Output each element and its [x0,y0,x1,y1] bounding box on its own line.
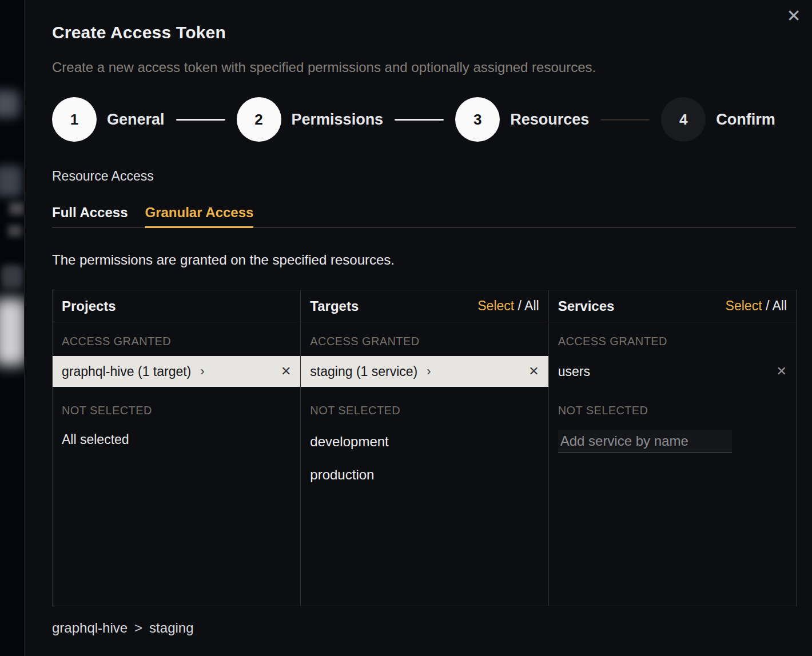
page-title: Create Access Token [52,23,796,42]
step-number-badge: 3 [455,97,500,142]
projects-not-selected-label: NOT SELECTED [53,387,300,425]
services-not-selected-label: NOT SELECTED [549,387,796,425]
breadcrumb-separator: > [134,620,142,636]
access-mode-tabs: Full Access Granular Access [52,205,796,228]
chevron-right-icon: › [200,364,204,379]
step-label: General [107,111,165,129]
targets-column-header: Targets Select / All [301,290,548,322]
step-number-badge: 1 [52,97,97,142]
remove-service-icon[interactable]: ✕ [777,364,787,379]
projects-column: Projects ACCESS GRANTED graphql-hive (1 … [53,290,300,606]
create-access-token-modal: ✕ Create Access Token Create a new acces… [24,0,812,656]
close-icon[interactable]: ✕ [783,7,804,27]
selected-project-name: graphql-hive (1 target) [62,364,191,379]
background-blur-blob [9,202,24,215]
remove-project-icon[interactable]: ✕ [281,364,291,379]
step-permissions: 2 Permissions [237,97,384,142]
step-number-badge: 4 [661,97,706,142]
target-item-development[interactable]: development [301,425,548,458]
targets-access-granted-label: ACCESS GRANTED [301,322,548,356]
remove-target-icon[interactable]: ✕ [528,364,539,379]
background-blur-blob [8,225,22,237]
background-blur-blob [1,265,23,288]
resource-picker-table: Projects ACCESS GRANTED graphql-hive (1 … [52,290,797,606]
selected-target-name: staging (1 service) [310,364,417,379]
projects-all-selected-note: All selected [53,425,300,454]
selected-project-row[interactable]: graphql-hive (1 target) › ✕ [53,356,300,387]
resource-access-heading: Resource Access [52,169,796,184]
granted-service-row[interactable]: users ✕ [549,356,796,387]
breadcrumb: graphql-hive > staging [52,620,796,636]
target-item-production[interactable]: production [301,458,548,491]
projects-column-title: Projects [62,298,116,314]
step-resources: 3 Resources [455,97,589,142]
step-label: Confirm [716,111,775,129]
granted-service-name: users [558,364,590,379]
services-column-title: Services [558,298,615,314]
services-select-all[interactable]: Select / All [726,298,787,314]
services-select-link[interactable]: Select [726,298,762,313]
background-blur-blob [0,90,19,118]
granular-access-description: The permissions are granted on the speci… [52,252,796,268]
breadcrumb-target: staging [149,620,193,636]
breadcrumb-project: graphql-hive [52,620,128,636]
step-connector [600,119,650,121]
chevron-right-icon: › [427,364,431,379]
tab-full-access[interactable]: Full Access [52,205,128,227]
background-blur-blob [0,166,22,197]
step-label: Permissions [292,111,384,129]
services-access-granted-label: ACCESS GRANTED [549,322,796,356]
projects-access-granted-label: ACCESS GRANTED [53,322,300,356]
targets-column: Targets Select / All ACCESS GRANTED stag… [300,290,548,606]
services-column: Services Select / All ACCESS GRANTED use… [548,290,796,606]
targets-select-link[interactable]: Select [477,298,514,313]
selected-target-row[interactable]: staging (1 service) › ✕ [301,356,548,387]
step-number-badge: 2 [237,97,281,142]
targets-select-all[interactable]: Select / All [477,298,539,314]
add-service-input[interactable] [558,430,732,453]
background-page-strip [0,0,25,656]
step-label: Resources [510,111,589,129]
services-column-header: Services Select / All [549,290,796,322]
step-connector [176,119,225,121]
wizard-stepper: 1 General 2 Permissions 3 Resources 4 Co… [52,97,796,142]
tab-granular-access[interactable]: Granular Access [145,205,254,228]
step-confirm: 4 Confirm [661,97,775,142]
targets-all-link[interactable]: / All [518,298,539,313]
modal-subtitle: Create a new access token with specified… [52,59,796,75]
step-connector [395,119,444,121]
projects-column-header: Projects [53,290,300,322]
targets-not-selected-label: NOT SELECTED [301,387,548,425]
targets-column-title: Targets [310,298,359,314]
background-blur-blob [0,298,25,366]
step-general: 1 General [52,97,165,142]
services-all-link[interactable]: / All [766,298,787,313]
